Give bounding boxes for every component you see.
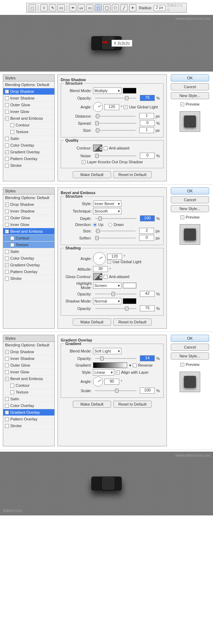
- preview-checkbox[interactable]: [180, 102, 184, 106]
- depth-input[interactable]: 100: [140, 215, 155, 221]
- freeform-icon[interactable]: ᔕ: [78, 4, 85, 11]
- style-coloroverlay[interactable]: Color Overlay: [3, 402, 54, 409]
- style-stroke[interactable]: Stroke: [3, 423, 54, 429]
- highlight-color-swatch[interactable]: [123, 283, 136, 288]
- ok-button[interactable]: OK: [171, 335, 209, 342]
- mode-path-icon[interactable]: ✎: [49, 4, 56, 11]
- h-opacity-slider[interactable]: [95, 292, 136, 296]
- polygon-icon[interactable]: ⬠: [112, 4, 119, 11]
- blendmode-select[interactable]: Soft Light: [93, 348, 121, 354]
- knockout-checkbox[interactable]: [82, 160, 86, 164]
- s-opacity-slider[interactable]: [95, 306, 136, 311]
- line-icon[interactable]: ╱: [120, 4, 127, 11]
- style-outerglow[interactable]: Outer Glow: [3, 215, 54, 221]
- style-innerglow[interactable]: Inner Glow: [3, 369, 54, 375]
- ellipse-icon[interactable]: ◯: [103, 4, 110, 11]
- style-gradientoverlay[interactable]: Gradient Overlay: [3, 409, 54, 416]
- rect-icon[interactable]: ▭: [86, 4, 93, 11]
- global-light-checkbox[interactable]: [107, 260, 111, 264]
- soften-input[interactable]: 0: [139, 235, 154, 241]
- style-gradientoverlay[interactable]: Gradient Overlay: [3, 262, 54, 269]
- preview-checkbox[interactable]: [180, 215, 184, 219]
- style-patternoverlay[interactable]: Pattern Overlay: [3, 156, 54, 162]
- technique-select[interactable]: Smooth: [93, 208, 121, 214]
- style-contour[interactable]: Contour: [3, 235, 54, 242]
- blending-options[interactable]: Blending Options: Default: [3, 194, 54, 201]
- style-innerglow[interactable]: Inner Glow: [3, 221, 54, 228]
- spread-input[interactable]: 0: [140, 120, 155, 126]
- cancel-button[interactable]: Cancel: [171, 196, 209, 203]
- size-input[interactable]: 2: [139, 228, 154, 234]
- size-input[interactable]: 1: [139, 127, 154, 133]
- make-default-button[interactable]: Make Default: [73, 318, 111, 326]
- noise-slider[interactable]: [95, 153, 136, 158]
- gradient-style-select[interactable]: Linear: [93, 369, 114, 375]
- cancel-button[interactable]: Cancel: [171, 344, 209, 351]
- spread-slider[interactable]: [95, 121, 136, 126]
- global-light-checkbox[interactable]: [124, 105, 127, 109]
- s-opacity-input[interactable]: 75: [140, 305, 155, 311]
- distance-slider[interactable]: [95, 114, 136, 119]
- style-texture[interactable]: Texture: [3, 389, 54, 396]
- align-checkbox[interactable]: [116, 371, 120, 374]
- blendmode-select[interactable]: Multiply: [93, 87, 121, 94]
- style-innershadow[interactable]: Inner Shadow: [3, 95, 54, 102]
- opacity-slider[interactable]: [95, 96, 136, 101]
- pen-icon[interactable]: ✒: [69, 4, 76, 11]
- style-coloroverlay[interactable]: Color Overlay: [3, 142, 54, 149]
- direction-down-radio[interactable]: [108, 223, 112, 227]
- style-contour[interactable]: Contour: [3, 382, 54, 389]
- custom-shape-icon[interactable]: ✦: [129, 4, 136, 11]
- gradient-picker[interactable]: [93, 362, 127, 368]
- scale-slider[interactable]: [95, 388, 136, 393]
- style-bevel[interactable]: Bevel and Emboss: [3, 228, 54, 235]
- reverse-checkbox[interactable]: [133, 363, 137, 367]
- style-texture[interactable]: Texture: [3, 242, 54, 248]
- gloss-contour-picker[interactable]: [93, 273, 102, 280]
- shape-tool-icon[interactable]: ▢: [29, 4, 36, 11]
- noise-input[interactable]: 0: [140, 153, 155, 159]
- angle-dial[interactable]: [93, 102, 103, 112]
- newstyle-button[interactable]: New Style...: [171, 352, 209, 360]
- shadow-color-swatch[interactable]: [123, 88, 136, 94]
- bevel-style-select[interactable]: Inner Bevel: [93, 200, 121, 207]
- style-patternoverlay[interactable]: Pattern Overlay: [3, 269, 54, 275]
- style-outerglow[interactable]: Outer Glow: [3, 362, 54, 369]
- style-innershadow[interactable]: Inner Shadow: [3, 355, 54, 362]
- style-texture[interactable]: Texture: [3, 129, 54, 135]
- style-dropshadow[interactable]: Drop Shadow: [3, 349, 54, 355]
- angle-input[interactable]: 120: [107, 254, 122, 260]
- angle-input[interactable]: 120: [104, 104, 119, 110]
- make-default-button[interactable]: Make Default: [73, 171, 111, 178]
- rounded-rect-icon[interactable]: ▢: [95, 4, 102, 11]
- shadow-mode-select[interactable]: Normal: [93, 298, 121, 304]
- style-outerglow[interactable]: Outer Glow: [3, 102, 54, 108]
- opacity-slider[interactable]: [95, 356, 136, 361]
- style-innershadow[interactable]: Inner Shadow: [3, 208, 54, 215]
- highlight-mode-select[interactable]: Screen: [93, 282, 121, 289]
- reset-default-button[interactable]: Reset to Default: [113, 171, 152, 178]
- mode-shape-icon[interactable]: ◊: [40, 4, 48, 11]
- color-value[interactable]: 2c2c2c: [118, 41, 130, 45]
- style-gradientoverlay[interactable]: Gradient Overlay: [3, 149, 54, 156]
- shading-angle-dial[interactable]: [93, 252, 106, 265]
- style-bevel[interactable]: Bevel and Emboss: [3, 115, 54, 122]
- radius-input[interactable]: 2 px: [154, 5, 165, 11]
- style-dropshadow[interactable]: Drop Shadow: [3, 88, 54, 95]
- soften-slider[interactable]: [95, 236, 136, 241]
- antialias-checkbox[interactable]: [104, 146, 108, 150]
- contour-picker[interactable]: [93, 145, 102, 152]
- angle-dial[interactable]: [93, 377, 103, 386]
- newstyle-button[interactable]: New Style...: [171, 92, 209, 99]
- preview-checkbox[interactable]: [180, 363, 184, 367]
- ok-button[interactable]: OK: [171, 187, 209, 194]
- style-bevel[interactable]: Bevel and Emboss: [3, 375, 54, 382]
- blending-options[interactable]: Blending Options: Default: [3, 342, 54, 349]
- distance-input[interactable]: 1: [139, 113, 154, 119]
- antialias-checkbox[interactable]: [104, 275, 108, 279]
- style-stroke[interactable]: Stroke: [3, 275, 54, 282]
- make-default-button[interactable]: Make Default: [73, 401, 111, 408]
- ok-button[interactable]: OK: [171, 74, 209, 81]
- style-innerglow[interactable]: Inner Glow: [3, 108, 54, 115]
- h-opacity-input[interactable]: 42: [140, 291, 155, 297]
